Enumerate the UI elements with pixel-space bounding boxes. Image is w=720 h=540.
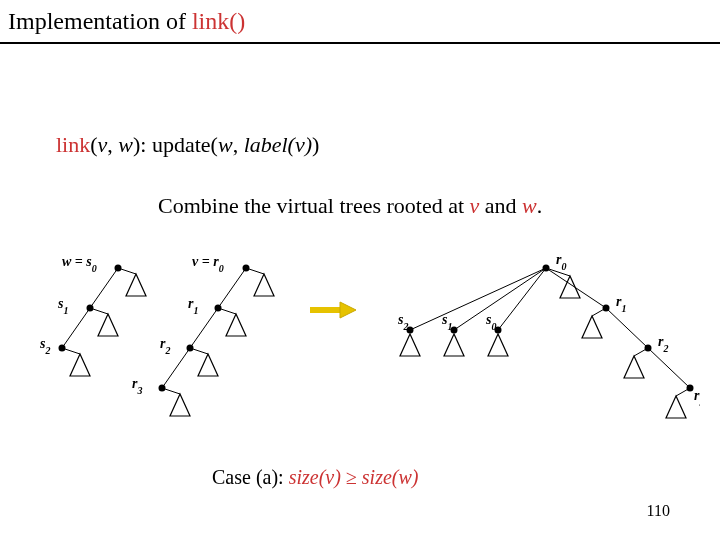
def-uw: w [218,132,233,157]
svg-text:r2: r2 [658,334,668,354]
desc-v: v [470,193,480,218]
transform-arrow-icon [310,302,356,318]
left-v-chain: v = r0 r1 r2 r3 [132,254,274,416]
left-w-chain: w = s0 s1 s2 [40,254,146,376]
definition-line: link(v, w): update(w, label(v)) [56,132,319,158]
svg-line-15 [218,268,246,308]
desc-mid: and [479,193,522,218]
title-prefix: Implementation of [8,8,192,34]
svg-line-6 [90,308,108,314]
def-c1: , [107,132,118,157]
svg-line-25 [162,388,180,394]
svg-line-51 [676,388,690,396]
svg-text:v = r0: v = r0 [192,254,224,274]
desc-w: w [522,193,537,218]
def-label: label(v) [244,132,312,157]
case-r: size(w) [362,466,419,488]
svg-text:s2: s2 [397,312,408,332]
desc-post: . [537,193,543,218]
slide-title: Implementation of link() [8,8,245,35]
case-cmp: ≥ [341,466,362,488]
desc-pre: Combine the virtual trees rooted at [158,193,470,218]
page-number: 110 [647,502,670,520]
def-close2: ) [312,132,319,157]
tree-diagram: w = s0 s1 s2 v = r0 r1 [40,250,700,430]
slide: Implementation of link() link(v, w): upd… [0,0,720,540]
title-rule [0,42,720,44]
svg-line-17 [218,308,236,314]
svg-line-4 [90,268,118,308]
description-line: Combine the virtual trees rooted at v an… [158,193,542,219]
def-open: ( [90,132,97,157]
svg-line-41 [546,268,606,308]
svg-text:r3: r3 [694,388,700,408]
svg-line-32 [410,268,546,330]
svg-line-49 [648,348,690,388]
title-fn: link() [192,8,245,34]
right-combined-tree: r0 s2 s1 s0 r1 [397,252,700,418]
svg-text:r1: r1 [616,294,626,314]
svg-text:w = s0: w = s0 [62,254,97,274]
case-l: size(v) [289,466,341,488]
svg-text:r3: r3 [132,376,142,396]
svg-text:r2: r2 [160,336,170,356]
svg-line-38 [498,268,546,330]
def-v: v [98,132,108,157]
svg-line-43 [592,308,606,316]
svg-line-21 [190,348,208,354]
def-upd: update( [152,132,218,157]
svg-text:r0: r0 [556,252,566,272]
svg-text:s1: s1 [57,296,68,316]
svg-text:r1: r1 [188,296,198,316]
svg-text:s0: s0 [485,312,496,332]
case-line: Case (a): size(v) ≥ size(w) [212,466,419,489]
svg-line-35 [454,268,546,330]
svg-line-47 [634,348,648,356]
def-c2: , [233,132,244,157]
svg-marker-28 [340,302,356,318]
svg-text:s2: s2 [40,336,50,356]
case-label: Case (a): [212,466,289,488]
def-w: w [118,132,133,157]
def-close: ): [133,132,152,157]
svg-line-45 [606,308,648,348]
svg-line-13 [246,268,264,274]
svg-line-2 [118,268,136,274]
svg-line-10 [62,348,80,354]
def-fn: link [56,132,90,157]
svg-text:s1: s1 [441,312,452,332]
